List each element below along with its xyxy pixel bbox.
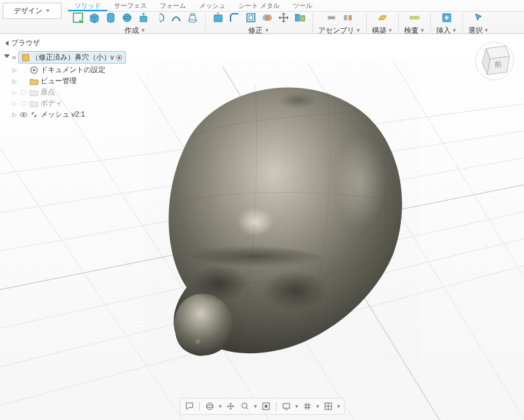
svg-rect-9 — [214, 15, 222, 22]
visibility-icon[interactable] — [20, 111, 28, 119]
svg-rect-11 — [249, 16, 253, 20]
tree-item-bodies[interactable]: ▷ ボディ — [3, 98, 127, 109]
design-dropdown[interactable]: デザイン ▼ — [3, 3, 62, 19]
group-create: + 作成▼ — [68, 10, 202, 35]
radio-icon[interactable] — [116, 54, 122, 61]
svg-point-59 — [242, 403, 247, 408]
joint-icon[interactable] — [324, 10, 339, 25]
collapse-icon[interactable] — [5, 41, 9, 46]
loft-icon[interactable] — [185, 10, 200, 25]
visibility-off-icon[interactable] — [20, 100, 28, 107]
align-icon[interactable] — [293, 10, 307, 25]
toolbar: + 作成▼ — [64, 12, 524, 34]
navigation-bar: ▼ ▼ ▼ ▼ ▼ — [179, 398, 345, 415]
item-label: 原点 — [41, 87, 126, 97]
expand-icon[interactable]: ▷ — [12, 100, 18, 106]
ribbon: デザイン ▼ ソリッド サーフェス フォーム メッシュ シート メタル ツール … — [0, 0, 524, 34]
measure-icon[interactable] — [407, 10, 422, 25]
combine-icon[interactable] — [260, 10, 274, 25]
tab-form[interactable]: フォーム — [153, 0, 193, 11]
browser-tree: （修正済み）鼻穴（小）v ▷ ドキュメントの設定 ▷ ビュー管理 ▷ 原点 ▷ — [3, 49, 127, 121]
separator — [398, 14, 399, 32]
orbit-icon[interactable] — [203, 400, 216, 413]
box-icon[interactable] — [87, 10, 102, 25]
svg-line-60 — [246, 408, 248, 410]
insert-icon[interactable] — [440, 10, 454, 25]
svg-point-44 — [195, 338, 200, 343]
plane-icon[interactable] — [375, 10, 390, 25]
tree-item-docsettings[interactable]: ▷ ドキュメントの設定 — [3, 64, 127, 75]
fillet-icon[interactable] — [227, 10, 242, 25]
svg-point-40 — [262, 271, 328, 310]
new-sketch-icon[interactable]: + — [71, 10, 85, 25]
sweep-icon[interactable] — [169, 10, 183, 25]
pan-icon[interactable] — [224, 400, 237, 413]
fit-icon[interactable] — [259, 400, 272, 413]
chevron-down-icon[interactable]: ▼ — [217, 404, 223, 410]
visibility-icon[interactable] — [12, 54, 16, 62]
select-icon[interactable] — [472, 10, 486, 25]
move-icon[interactable] — [276, 10, 291, 25]
svg-point-42 — [278, 92, 318, 108]
svg-rect-48 — [22, 54, 29, 61]
comment-icon[interactable] — [183, 400, 196, 413]
expand-icon[interactable] — [4, 54, 10, 60]
svg-point-41 — [237, 207, 274, 236]
svg-point-13 — [265, 14, 272, 21]
tree-item-mesh[interactable]: ▷ メッシュ v2:1 — [3, 109, 127, 120]
sphere-icon[interactable] — [120, 10, 134, 25]
browser-header[interactable]: ブラウザ — [3, 37, 127, 49]
presspull-icon[interactable] — [211, 10, 225, 25]
group-construct: 構築▼ — [369, 10, 396, 35]
tree-item-origin[interactable]: ▷ 原点 — [3, 86, 127, 98]
expand-icon[interactable]: ▷ — [12, 67, 18, 73]
expand-icon[interactable]: ▷ — [12, 78, 18, 84]
chevron-down-icon[interactable]: ▼ — [336, 404, 341, 410]
svg-point-53 — [20, 90, 27, 94]
tab-solid[interactable]: ソリッド — [68, 0, 107, 11]
grid-icon[interactable] — [301, 400, 314, 413]
tree-item-views[interactable]: ▷ ビュー管理 — [3, 75, 127, 86]
separator — [276, 402, 276, 411]
expand-icon[interactable]: ▷ — [12, 89, 18, 95]
component-icon — [22, 54, 29, 62]
chevron-down-icon[interactable]: ▼ — [315, 404, 320, 410]
display-icon[interactable] — [280, 400, 293, 413]
shell-icon[interactable] — [244, 10, 258, 25]
tab-surface[interactable]: サーフェス — [107, 0, 153, 11]
zoom-icon[interactable] — [238, 400, 252, 413]
extrude-icon[interactable] — [136, 10, 151, 25]
svg-point-43 — [334, 136, 386, 228]
svg-point-8 — [189, 20, 196, 22]
svg-point-39 — [190, 265, 249, 302]
expand-icon[interactable]: ▷ — [12, 111, 18, 117]
svg-rect-14 — [295, 14, 299, 21]
visibility-off-icon[interactable] — [20, 88, 28, 96]
item-label: メッシュ v2:1 — [41, 109, 126, 119]
tab-mesh[interactable]: メッシュ — [193, 0, 232, 11]
chevron-down-icon[interactable]: ▼ — [294, 404, 299, 410]
gear-icon — [29, 66, 39, 75]
tab-tools[interactable]: ツール — [286, 0, 319, 11]
item-label: ビュー管理 — [41, 76, 126, 86]
tree-root[interactable]: （修正済み）鼻穴（小）v — [3, 50, 127, 64]
group-insert: 挿入▼ — [434, 10, 460, 35]
asbuilt-joint-icon[interactable] — [341, 10, 355, 25]
tab-sheetmetal[interactable]: シート メタル — [232, 0, 286, 11]
svg-point-4 — [123, 14, 131, 22]
root-label: （修正済み）鼻穴（小）v — [31, 52, 115, 62]
viewcube[interactable]: 前 — [473, 39, 516, 83]
folder-icon — [29, 99, 39, 108]
svg-rect-6 — [140, 16, 147, 22]
svg-point-7 — [191, 14, 195, 16]
mesh-model[interactable] — [105, 58, 419, 366]
revolve-icon[interactable] — [153, 10, 167, 25]
viewport-icon[interactable] — [322, 400, 335, 413]
chevron-down-icon[interactable]: ▼ — [253, 404, 258, 410]
separator — [430, 14, 431, 32]
separator — [199, 402, 200, 411]
svg-point-56 — [23, 113, 25, 115]
folder-icon — [29, 77, 39, 86]
cylinder-icon[interactable] — [103, 10, 118, 25]
separator — [312, 14, 313, 32]
